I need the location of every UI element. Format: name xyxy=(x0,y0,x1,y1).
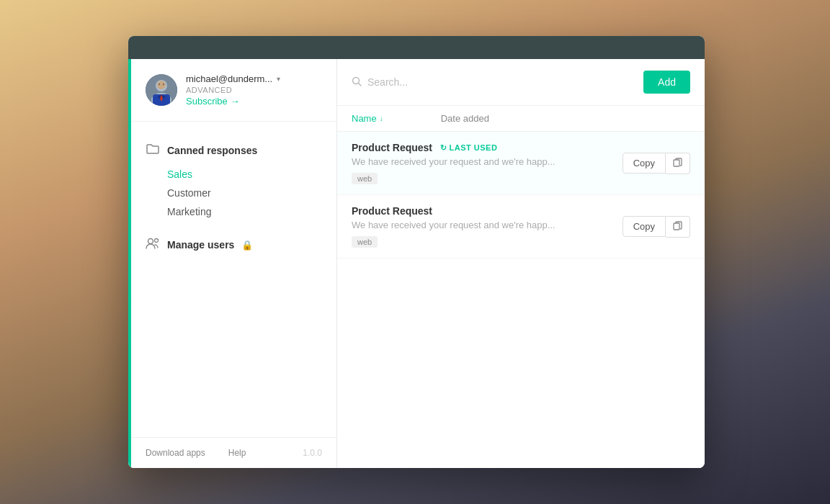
response-preview: We have received your request and we're … xyxy=(352,156,611,167)
people-icon xyxy=(146,237,160,253)
account-info: michael@dunderm... ▾ ADVANCED Subscribe … xyxy=(186,73,322,107)
response-preview: We have received your request and we're … xyxy=(352,220,611,230)
refresh-icon: ↺ xyxy=(439,143,447,153)
svg-point-10 xyxy=(148,239,153,244)
response-tag: web xyxy=(352,236,378,248)
folder-icon xyxy=(146,143,160,158)
search-wrapper xyxy=(352,76,635,89)
response-tag: web xyxy=(352,173,378,184)
svg-point-5 xyxy=(163,84,164,85)
svg-rect-15 xyxy=(674,223,679,230)
sidebar-item-sales[interactable]: Sales xyxy=(167,165,322,184)
name-col-label: Name xyxy=(352,113,377,124)
subscribe-label: Subscribe xyxy=(186,96,228,107)
svg-rect-14 xyxy=(674,160,679,166)
download-apps-link[interactable]: Download apps xyxy=(146,448,205,458)
sidebar-accent xyxy=(128,59,131,468)
table-header: Name ↓ Date added xyxy=(337,106,705,132)
search-bar: Add xyxy=(337,59,705,106)
lock-icon: 🔒 xyxy=(241,240,253,251)
avatar xyxy=(146,74,177,106)
copy-button-group: Copy xyxy=(622,153,690,174)
svg-point-4 xyxy=(159,84,160,85)
sidebar-item-customer[interactable]: Customer xyxy=(167,184,322,202)
copy-icon-button[interactable] xyxy=(666,153,690,174)
subscribe-link[interactable]: Subscribe → xyxy=(186,96,322,107)
app-window: michael@dunderm... ▾ ADVANCED Subscribe … xyxy=(128,36,705,468)
canned-responses-subitems: Sales Customer Marketing xyxy=(146,165,322,221)
col-date-header: Date added xyxy=(441,113,489,124)
copy-icon-button[interactable] xyxy=(666,216,690,238)
nav-section: Canned responses Sales Customer Marketin… xyxy=(128,122,336,437)
help-link[interactable]: Help xyxy=(228,448,246,458)
last-used-badge: ↺ LAST USED xyxy=(439,143,497,153)
response-title: Product Request xyxy=(352,142,432,153)
canned-responses-nav[interactable]: Canned responses xyxy=(146,139,322,162)
main-panel: Add Name ↓ Date added Product Request xyxy=(337,59,705,468)
sidebar-footer: Download apps Help 1.0.0 xyxy=(128,437,336,468)
version-text: 1.0.0 xyxy=(303,448,322,458)
search-icon xyxy=(352,76,362,89)
manage-users-label: Manage users xyxy=(167,239,234,251)
search-input[interactable] xyxy=(367,76,635,88)
sidebar-item-marketing[interactable]: Marketing xyxy=(167,202,322,221)
manage-users-nav[interactable]: Manage users 🔒 xyxy=(146,233,322,257)
account-plan: ADVANCED xyxy=(186,86,322,94)
response-item: Product Request We have received your re… xyxy=(337,195,705,258)
col-name-header[interactable]: Name ↓ xyxy=(352,113,383,124)
response-content: Product Request We have received your re… xyxy=(352,205,611,248)
account-email: michael@dunderm... xyxy=(186,73,272,84)
copy-button[interactable]: Copy xyxy=(622,216,666,237)
subscribe-arrow: → xyxy=(231,96,240,107)
sidebar: michael@dunderm... ▾ ADVANCED Subscribe … xyxy=(128,59,337,468)
svg-point-3 xyxy=(157,81,166,89)
canned-responses-label: Canned responses xyxy=(167,145,257,156)
response-title: Product Request xyxy=(352,205,432,217)
account-section: michael@dunderm... ▾ ADVANCED Subscribe … xyxy=(128,59,336,122)
avatar-image xyxy=(146,74,177,106)
svg-point-11 xyxy=(155,239,159,243)
add-button[interactable]: Add xyxy=(643,71,690,94)
responses-list: Product Request ↺ LAST USED We have rece… xyxy=(337,132,705,468)
sort-icon: ↓ xyxy=(380,114,383,122)
top-bar xyxy=(128,36,705,59)
response-content: Product Request ↺ LAST USED We have rece… xyxy=(352,142,611,184)
copy-button-group: Copy xyxy=(622,216,690,238)
response-item: Product Request ↺ LAST USED We have rece… xyxy=(337,132,705,195)
svg-line-13 xyxy=(359,83,362,86)
copy-button[interactable]: Copy xyxy=(622,153,666,174)
chevron-down-icon[interactable]: ▾ xyxy=(277,75,280,83)
last-used-label: LAST USED xyxy=(450,143,498,152)
